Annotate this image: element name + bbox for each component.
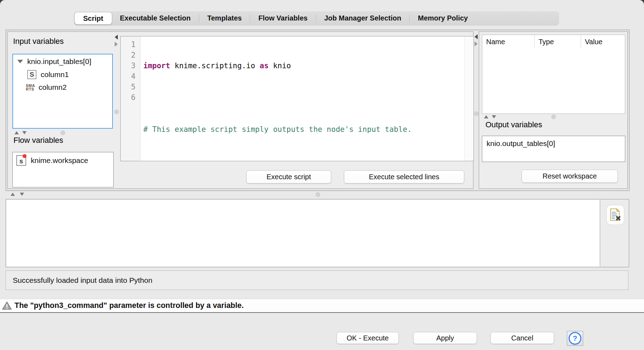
- tab-script[interactable]: Script: [75, 12, 112, 24]
- reset-workspace-button[interactable]: Reset workspace: [522, 170, 618, 183]
- script-tab-content: Input variables knio.input_tables[0] S c…: [6, 30, 629, 191]
- help-icon: ?: [569, 332, 581, 345]
- splitter-down-icon[interactable]: [492, 115, 496, 118]
- divider-grip[interactable]: [474, 111, 479, 116]
- python-script-dialog: Script Executable Selection Templates Fl…: [0, 0, 644, 350]
- flow-variables-list[interactable]: s knime.workspace: [12, 152, 114, 187]
- column-header-name[interactable]: Name: [482, 35, 535, 48]
- code-line-2: [140, 92, 464, 103]
- left-editor-divider[interactable]: [114, 33, 119, 188]
- splitter-up-icon[interactable]: [11, 193, 15, 196]
- clear-console-icon: [609, 208, 621, 222]
- ok-execute-button[interactable]: OK - Execute: [337, 332, 399, 344]
- console-splitter[interactable]: [6, 191, 629, 198]
- collapse-right-icon[interactable]: [115, 42, 118, 47]
- input-variables-tree[interactable]: knio.input_tables[0] S column1 SMARTS co…: [12, 54, 113, 129]
- string-flow-variable-icon: s: [16, 155, 26, 166]
- code-editor[interactable]: 1 2 3 4 5 6 import knime.scripting.io as…: [120, 36, 474, 161]
- code-line-1: import knime.scripting.io as knio: [140, 60, 464, 71]
- console-area: [6, 199, 629, 267]
- cancel-button[interactable]: Cancel: [490, 332, 554, 344]
- tree-item-input-table[interactable]: knio.input_tables[0]: [17, 57, 91, 66]
- divider-grip[interactable]: [114, 110, 119, 114]
- editor-scrollbar[interactable]: [464, 36, 473, 161]
- code-text[interactable]: import knime.scripting.io as knio # This…: [140, 36, 464, 161]
- flow-variables-header: Flow variables: [13, 136, 63, 145]
- clear-console-button[interactable]: [607, 205, 624, 224]
- warning-icon: [2, 301, 12, 310]
- input-tree-splitter[interactable]: [12, 130, 113, 135]
- splitter-grip[interactable]: [551, 115, 556, 119]
- splitter-down-icon[interactable]: [22, 131, 27, 134]
- tab-job-manager-selection[interactable]: Job Manager Selection: [316, 11, 409, 25]
- collapse-triangle-icon[interactable]: [17, 60, 23, 63]
- tree-item-label: column2: [39, 83, 67, 92]
- tree-item-column2[interactable]: SMARTS column2: [26, 83, 67, 92]
- workspace-splitter[interactable]: [482, 114, 625, 119]
- collapse-left-icon[interactable]: [115, 35, 118, 40]
- tree-item-column1[interactable]: S column1: [27, 70, 69, 79]
- line-number-gutter: 1 2 3 4 5 6: [121, 36, 140, 161]
- console-status-bar: Successfully loaded input data into Pyth…: [6, 270, 628, 290]
- smarts-type-icon: SMARTS: [26, 84, 35, 91]
- flow-variable-label: knime.workspace: [31, 156, 88, 165]
- tree-item-label: knio.input_tables[0]: [27, 57, 91, 66]
- column-header-value[interactable]: Value: [581, 35, 625, 48]
- workspace-panel: Name Type Value Output variables knio.ou…: [479, 31, 628, 189]
- warning-text: The "python3_command" parameter is contr…: [15, 301, 244, 310]
- console-output[interactable]: [6, 200, 600, 267]
- column-header-type[interactable]: Type: [535, 35, 581, 48]
- execute-selected-lines-button[interactable]: Execute selected lines: [344, 170, 464, 183]
- tab-bar: Script Executable Selection Templates Fl…: [74, 11, 559, 25]
- tab-templates[interactable]: Templates: [199, 11, 250, 25]
- execute-script-button[interactable]: Execute script: [246, 170, 331, 183]
- help-button[interactable]: ?: [567, 331, 583, 346]
- collapse-right-icon[interactable]: [475, 41, 478, 46]
- workspace-variables-table[interactable]: Name Type Value: [482, 35, 625, 114]
- tree-item-label: column1: [41, 70, 69, 79]
- code-line-3: # This example script simply outputs the…: [140, 124, 464, 135]
- input-variables-header: Input variables: [13, 37, 64, 46]
- tab-flow-variables[interactable]: Flow Variables: [250, 11, 316, 25]
- output-variables-list[interactable]: knio.output_tables[0]: [482, 136, 625, 162]
- output-variable-item[interactable]: knio.output_tables[0]: [482, 136, 625, 148]
- splitter-grip[interactable]: [316, 192, 320, 197]
- flow-variable-dot: [23, 154, 27, 158]
- string-type-icon: S: [27, 70, 36, 79]
- flow-variable-item[interactable]: s knime.workspace: [16, 155, 88, 166]
- node-warning-bar: The "python3_command" parameter is contr…: [0, 299, 644, 313]
- output-variables-header: Output variables: [485, 120, 542, 129]
- editor-rightpanel-divider[interactable]: [473, 32, 479, 190]
- editor-group: Input variables knio.input_tables[0] S c…: [7, 31, 473, 189]
- code-line-4: [140, 156, 464, 161]
- tab-memory-policy[interactable]: Memory Policy: [410, 11, 476, 25]
- apply-button[interactable]: Apply: [413, 332, 477, 344]
- status-text: Successfully loaded input data into Pyth…: [13, 276, 153, 285]
- splitter-down-icon[interactable]: [20, 193, 24, 196]
- table-header: Name Type Value: [482, 35, 625, 48]
- collapse-left-icon[interactable]: [475, 34, 478, 39]
- splitter-up-icon[interactable]: [484, 115, 488, 118]
- splitter-grip[interactable]: [61, 130, 65, 135]
- splitter-up-icon[interactable]: [15, 131, 19, 134]
- tab-executable-selection[interactable]: Executable Selection: [112, 11, 199, 25]
